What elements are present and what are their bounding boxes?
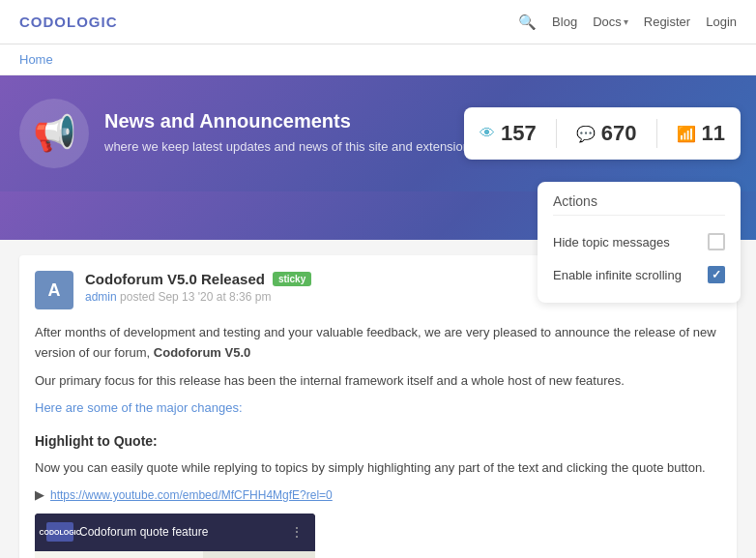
stat-divider-2 (656, 119, 657, 148)
bars-icon: 📶 (677, 125, 696, 143)
post-heading: Highlight to Quote: (35, 430, 721, 452)
video-preview-right (203, 551, 315, 558)
infinite-scroll-label: Enable infinite scrolling (553, 268, 682, 282)
stat-divider-1 (556, 119, 557, 148)
video-icon: ▶ (35, 485, 44, 506)
search-icon[interactable]: 🔍 (518, 14, 537, 31)
video-title: Codoforum quote feature (79, 523, 208, 542)
stat-chats: 💬 670 (576, 121, 637, 146)
nav-docs[interactable]: Docs ▾ (593, 15, 628, 29)
header-extension: Actions Hide topic messages Enable infin… (0, 191, 756, 240)
nav-blog[interactable]: Blog (552, 15, 577, 29)
avatar: A (35, 271, 73, 309)
actions-title: Actions (553, 193, 725, 216)
video-preview-left (35, 551, 203, 558)
post-author[interactable]: admin (85, 290, 117, 304)
video-link-row: ▶ https://www.youtube.com/embed/MfCFHH4M… (35, 485, 721, 506)
views-count: 157 (501, 121, 537, 146)
stats-card: 👁 157 💬 670 📶 11 (464, 107, 741, 160)
chat-icon: 💬 (576, 125, 596, 143)
bars-count: 11 (702, 121, 725, 146)
infinite-scroll-checkbox[interactable] (708, 266, 725, 283)
post-paragraph-3: Now you can easily quote while replying … (35, 458, 721, 479)
action-row-hide: Hide topic messages (553, 225, 725, 258)
video-logo-text: CODOLOGIC (39, 527, 80, 538)
actions-card: Actions Hide topic messages Enable infin… (538, 182, 741, 303)
post-strong: Codoforum V5.0 (154, 345, 250, 360)
post-paragraph-1: After months of development and testing … (35, 323, 721, 364)
action-row-infinite: Enable infinite scrolling (553, 258, 725, 291)
chats-count: 670 (601, 121, 637, 146)
hide-topic-label: Hide topic messages (553, 235, 670, 250)
video-menu-icon[interactable]: ⋮ (290, 521, 304, 543)
video-logo: CODOLOGIC Codoforum quote feature (46, 522, 208, 542)
post-body: After months of development and testing … (35, 323, 721, 558)
stat-bars: 📶 11 (677, 121, 725, 146)
video-logo-box: CODOLOGIC (46, 522, 73, 542)
navbar-right: 🔍 Blog Docs ▾ Register Login (518, 14, 737, 31)
megaphone-icon: 📢 (33, 113, 76, 154)
navbar: CODOLOGIC 🔍 Blog Docs ▾ Register Login (0, 0, 756, 44)
stat-views: 👁 157 (480, 121, 537, 146)
video-embed: CODOLOGIC Codoforum quote feature ⋮ (35, 514, 315, 558)
hide-topic-checkbox[interactable] (708, 233, 725, 250)
post-date: posted Sep 13 '20 at 8:36 pm (120, 290, 271, 304)
video-preview[interactable] (35, 551, 315, 558)
forum-header: 📢 News and Announcements where we keep l… (0, 75, 756, 191)
post-highlight[interactable]: Here are some of the major changes: (35, 398, 721, 419)
forum-icon-wrap: 📢 (19, 99, 89, 168)
video-preview-content (35, 551, 315, 558)
breadcrumb: Home (0, 44, 756, 75)
brand-logo[interactable]: CODOLOGIC (19, 14, 118, 30)
video-link[interactable]: https://www.youtube.com/embed/MfCFHH4Mgf… (50, 486, 333, 505)
post-title[interactable]: Codoforum V5.0 Released (85, 271, 265, 287)
nav-login[interactable]: Login (706, 15, 737, 29)
eye-icon: 👁 (480, 125, 495, 142)
nav-register[interactable]: Register (644, 15, 690, 29)
breadcrumb-home[interactable]: Home (19, 52, 53, 67)
post-paragraph-2: Our primary focus for this release has b… (35, 371, 721, 392)
sticky-badge: sticky (273, 272, 311, 286)
chevron-down-icon: ▾ (624, 16, 628, 27)
video-toolbar: CODOLOGIC Codoforum quote feature ⋮ (35, 514, 315, 550)
